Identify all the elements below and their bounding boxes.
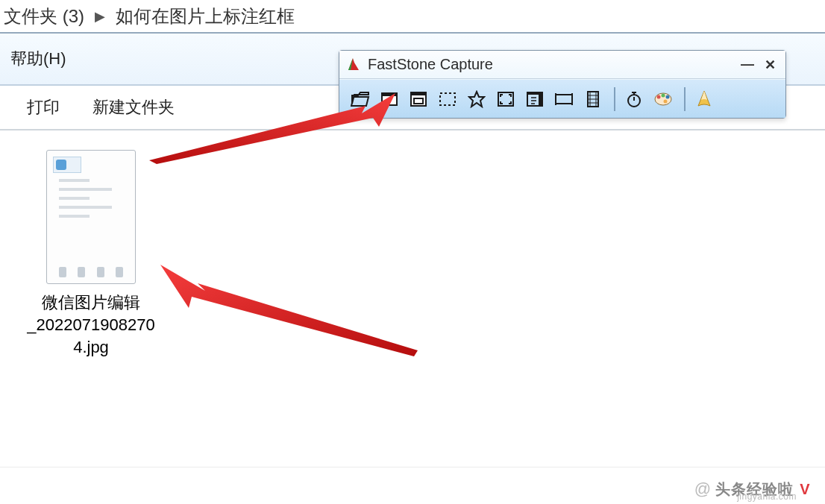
svg-rect-7 xyxy=(440,93,455,105)
faststone-title: FastStone Capture xyxy=(368,56,735,73)
capture-active-window-icon[interactable] xyxy=(376,86,403,113)
settings-icon[interactable] xyxy=(650,86,677,113)
svg-rect-3 xyxy=(382,93,397,96)
verified-badge-icon: V xyxy=(797,482,813,498)
capture-freehand-icon[interactable] xyxy=(463,86,490,113)
screen-recorder-icon[interactable] xyxy=(580,86,606,113)
faststone-window[interactable]: FastStone Capture — ✕ xyxy=(339,50,786,119)
faststone-logo-icon xyxy=(345,57,362,73)
chevron-right-icon: ▶ xyxy=(95,8,105,25)
menu-help[interactable]: 帮助(H) xyxy=(10,48,66,70)
svg-rect-13 xyxy=(556,95,572,104)
file-thumbnail xyxy=(46,150,136,284)
svg-rect-12 xyxy=(539,95,542,106)
watermark: @ 头条经验啦 V jingyanla.com xyxy=(694,479,813,500)
capture-scrolling-icon[interactable] xyxy=(521,86,548,113)
close-button[interactable]: ✕ xyxy=(760,55,779,75)
faststone-toolbar xyxy=(339,79,785,118)
minimize-button[interactable]: — xyxy=(738,55,757,75)
capture-fixed-region-icon[interactable] xyxy=(550,86,577,113)
faststone-titlebar[interactable]: FastStone Capture — ✕ xyxy=(339,51,785,79)
open-folder-icon[interactable] xyxy=(347,86,374,113)
delay-timer-icon[interactable] xyxy=(621,86,647,113)
file-name: 微信图片编辑 _2022071908270 4.jpg xyxy=(24,292,158,359)
capture-window-object-icon[interactable] xyxy=(405,86,432,113)
svg-rect-11 xyxy=(527,92,542,95)
breadcrumb-segment[interactable]: 文件夹 (3) xyxy=(4,4,84,28)
separator xyxy=(614,87,615,111)
capture-fullscreen-icon[interactable] xyxy=(492,86,519,113)
svg-point-18 xyxy=(662,93,665,97)
footer: @ 头条经验啦 V jingyanla.com xyxy=(0,467,825,504)
output-destination-icon[interactable] xyxy=(691,86,718,113)
svg-point-19 xyxy=(666,95,670,98)
print-button[interactable]: 打印 xyxy=(27,96,60,119)
new-folder-button[interactable]: 新建文件夹 xyxy=(92,96,175,119)
breadcrumb-segment[interactable]: 如何在图片上标注红框 xyxy=(116,4,295,28)
thumb-app-icon xyxy=(53,157,81,173)
svg-rect-5 xyxy=(411,92,426,95)
content-area: 微信图片编辑 _2022071908270 4.jpg xyxy=(0,130,825,467)
breadcrumb: 文件夹 (3) ▶ 如何在图片上标注红框 xyxy=(0,0,825,34)
svg-point-20 xyxy=(664,99,668,103)
svg-point-17 xyxy=(657,95,661,98)
svg-marker-8 xyxy=(469,92,484,107)
file-item[interactable]: 微信图片编辑 _2022071908270 4.jpg xyxy=(24,150,158,359)
capture-rectangle-icon[interactable] xyxy=(434,86,461,113)
separator xyxy=(684,87,686,111)
